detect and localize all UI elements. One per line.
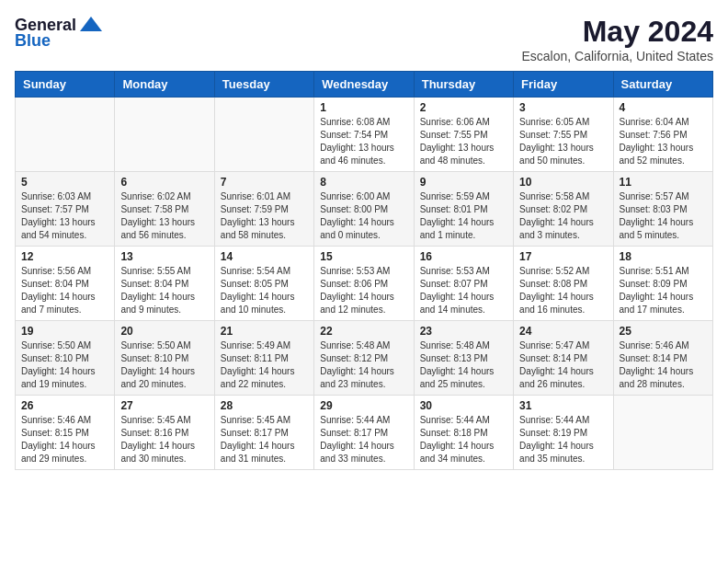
logo-icon xyxy=(78,15,104,35)
day-number: 9 xyxy=(420,176,507,189)
day-number: 7 xyxy=(221,176,308,189)
calendar-cell: 31Sunrise: 5:44 AM Sunset: 8:19 PM Dayli… xyxy=(514,396,613,470)
calendar-cell xyxy=(613,396,712,470)
day-number: 11 xyxy=(620,176,707,189)
calendar-row-2: 5Sunrise: 6:03 AM Sunset: 7:57 PM Daylig… xyxy=(16,172,713,247)
day-info: Sunrise: 6:06 AM Sunset: 7:55 PM Dayligh… xyxy=(420,116,507,167)
day-info: Sunrise: 6:04 AM Sunset: 7:56 PM Dayligh… xyxy=(620,116,707,167)
header-sunday: Sunday xyxy=(16,72,115,98)
day-info: Sunrise: 5:56 AM Sunset: 8:04 PM Dayligh… xyxy=(21,265,108,316)
calendar-cell: 28Sunrise: 5:45 AM Sunset: 8:17 PM Dayli… xyxy=(214,396,313,470)
month-title: May 2024 xyxy=(521,15,713,49)
calendar-cell: 19Sunrise: 5:50 AM Sunset: 8:10 PM Dayli… xyxy=(16,321,115,396)
calendar-cell: 15Sunrise: 5:53 AM Sunset: 8:06 PM Dayli… xyxy=(314,247,414,321)
calendar-cell xyxy=(115,98,214,172)
calendar-cell: 7Sunrise: 6:01 AM Sunset: 7:59 PM Daylig… xyxy=(214,172,313,247)
day-info: Sunrise: 5:58 AM Sunset: 8:02 PM Dayligh… xyxy=(519,190,607,242)
header-saturday: Saturday xyxy=(613,72,712,98)
calendar-cell: 1Sunrise: 6:08 AM Sunset: 7:54 PM Daylig… xyxy=(314,98,414,172)
day-info: Sunrise: 5:45 AM Sunset: 8:17 PM Dayligh… xyxy=(221,414,308,465)
day-info: Sunrise: 5:46 AM Sunset: 8:14 PM Dayligh… xyxy=(620,339,707,391)
day-info: Sunrise: 5:53 AM Sunset: 8:06 PM Dayligh… xyxy=(320,265,407,316)
calendar-cell: 8Sunrise: 6:00 AM Sunset: 8:00 PM Daylig… xyxy=(314,172,414,247)
day-number: 29 xyxy=(320,399,407,412)
calendar-cell: 12Sunrise: 5:56 AM Sunset: 8:04 PM Dayli… xyxy=(16,247,115,321)
calendar-row-5: 26Sunrise: 5:46 AM Sunset: 8:15 PM Dayli… xyxy=(16,396,713,470)
calendar-cell: 9Sunrise: 5:59 AM Sunset: 8:01 PM Daylig… xyxy=(414,172,513,247)
header-monday: Monday xyxy=(115,72,214,98)
calendar-row-4: 19Sunrise: 5:50 AM Sunset: 8:10 PM Dayli… xyxy=(16,321,713,396)
day-number: 12 xyxy=(21,250,108,263)
header-wednesday: Wednesday xyxy=(314,72,414,98)
day-info: Sunrise: 5:44 AM Sunset: 8:18 PM Dayligh… xyxy=(420,414,507,465)
day-number: 26 xyxy=(21,399,108,412)
day-info: Sunrise: 6:02 AM Sunset: 7:58 PM Dayligh… xyxy=(120,190,208,242)
day-number: 10 xyxy=(519,176,607,189)
day-info: Sunrise: 5:54 AM Sunset: 8:05 PM Dayligh… xyxy=(221,265,308,316)
calendar-cell: 25Sunrise: 5:46 AM Sunset: 8:14 PM Dayli… xyxy=(613,321,712,396)
day-info: Sunrise: 5:44 AM Sunset: 8:19 PM Dayligh… xyxy=(519,414,607,465)
day-number: 20 xyxy=(120,325,208,338)
day-info: Sunrise: 5:48 AM Sunset: 8:12 PM Dayligh… xyxy=(320,339,407,391)
svg-marker-0 xyxy=(80,17,102,31)
day-number: 3 xyxy=(519,101,607,114)
day-number: 13 xyxy=(120,250,208,263)
calendar-cell xyxy=(16,98,115,172)
day-info: Sunrise: 5:52 AM Sunset: 8:08 PM Dayligh… xyxy=(519,265,607,316)
calendar-cell: 10Sunrise: 5:58 AM Sunset: 8:02 PM Dayli… xyxy=(514,172,613,247)
calendar-cell: 16Sunrise: 5:53 AM Sunset: 8:07 PM Dayli… xyxy=(414,247,513,321)
day-number: 16 xyxy=(420,250,507,263)
day-number: 19 xyxy=(21,325,108,338)
calendar-cell: 3Sunrise: 6:05 AM Sunset: 7:55 PM Daylig… xyxy=(514,98,613,172)
day-info: Sunrise: 5:51 AM Sunset: 8:09 PM Dayligh… xyxy=(620,265,707,316)
day-info: Sunrise: 5:44 AM Sunset: 8:17 PM Dayligh… xyxy=(320,414,407,465)
calendar-cell xyxy=(214,98,313,172)
calendar-cell: 5Sunrise: 6:03 AM Sunset: 7:57 PM Daylig… xyxy=(16,172,115,247)
location-subtitle: Escalon, California, United States xyxy=(521,49,713,63)
day-info: Sunrise: 6:01 AM Sunset: 7:59 PM Dayligh… xyxy=(221,190,308,242)
title-section: May 2024 Escalon, California, United Sta… xyxy=(521,15,713,63)
calendar-cell: 6Sunrise: 6:02 AM Sunset: 7:58 PM Daylig… xyxy=(115,172,214,247)
day-number: 8 xyxy=(320,176,407,189)
day-info: Sunrise: 5:55 AM Sunset: 8:04 PM Dayligh… xyxy=(120,265,208,316)
day-number: 1 xyxy=(320,101,407,114)
header-thursday: Thursday xyxy=(414,72,513,98)
calendar-cell: 27Sunrise: 5:45 AM Sunset: 8:16 PM Dayli… xyxy=(115,396,214,470)
day-number: 18 xyxy=(620,250,707,263)
calendar-cell: 24Sunrise: 5:47 AM Sunset: 8:14 PM Dayli… xyxy=(514,321,613,396)
day-info: Sunrise: 5:49 AM Sunset: 8:11 PM Dayligh… xyxy=(221,339,308,391)
day-info: Sunrise: 5:53 AM Sunset: 8:07 PM Dayligh… xyxy=(420,265,507,316)
calendar-row-1: 1Sunrise: 6:08 AM Sunset: 7:54 PM Daylig… xyxy=(16,98,713,172)
calendar-cell: 17Sunrise: 5:52 AM Sunset: 8:08 PM Dayli… xyxy=(514,247,613,321)
day-number: 21 xyxy=(221,325,308,338)
calendar-cell: 26Sunrise: 5:46 AM Sunset: 8:15 PM Dayli… xyxy=(16,396,115,470)
calendar-row-3: 12Sunrise: 5:56 AM Sunset: 8:04 PM Dayli… xyxy=(16,247,713,321)
calendar-cell: 4Sunrise: 6:04 AM Sunset: 7:56 PM Daylig… xyxy=(613,98,712,172)
day-info: Sunrise: 6:00 AM Sunset: 8:00 PM Dayligh… xyxy=(320,190,407,242)
day-number: 2 xyxy=(420,101,507,114)
calendar-cell: 18Sunrise: 5:51 AM Sunset: 8:09 PM Dayli… xyxy=(613,247,712,321)
calendar-cell: 11Sunrise: 5:57 AM Sunset: 8:03 PM Dayli… xyxy=(613,172,712,247)
calendar-header-row: Sunday Monday Tuesday Wednesday Thursday… xyxy=(16,72,713,98)
header-friday: Friday xyxy=(514,72,613,98)
day-number: 31 xyxy=(519,399,607,412)
day-number: 28 xyxy=(221,399,308,412)
calendar-cell: 29Sunrise: 5:44 AM Sunset: 8:17 PM Dayli… xyxy=(314,396,414,470)
day-number: 22 xyxy=(320,325,407,338)
calendar-cell: 22Sunrise: 5:48 AM Sunset: 8:12 PM Dayli… xyxy=(314,321,414,396)
day-info: Sunrise: 5:45 AM Sunset: 8:16 PM Dayligh… xyxy=(120,414,208,465)
day-number: 30 xyxy=(420,399,507,412)
day-info: Sunrise: 5:50 AM Sunset: 8:10 PM Dayligh… xyxy=(120,339,208,391)
day-info: Sunrise: 6:05 AM Sunset: 7:55 PM Dayligh… xyxy=(519,116,607,167)
day-info: Sunrise: 5:57 AM Sunset: 8:03 PM Dayligh… xyxy=(620,190,707,242)
day-number: 4 xyxy=(620,101,707,114)
day-info: Sunrise: 5:46 AM Sunset: 8:15 PM Dayligh… xyxy=(21,414,108,465)
calendar-cell: 13Sunrise: 5:55 AM Sunset: 8:04 PM Dayli… xyxy=(115,247,214,321)
header-tuesday: Tuesday xyxy=(214,72,313,98)
calendar-cell: 21Sunrise: 5:49 AM Sunset: 8:11 PM Dayli… xyxy=(214,321,313,396)
day-info: Sunrise: 5:48 AM Sunset: 8:13 PM Dayligh… xyxy=(420,339,507,391)
day-number: 15 xyxy=(320,250,407,263)
day-number: 14 xyxy=(221,250,308,263)
day-number: 5 xyxy=(21,176,108,189)
calendar-cell: 2Sunrise: 6:06 AM Sunset: 7:55 PM Daylig… xyxy=(414,98,513,172)
